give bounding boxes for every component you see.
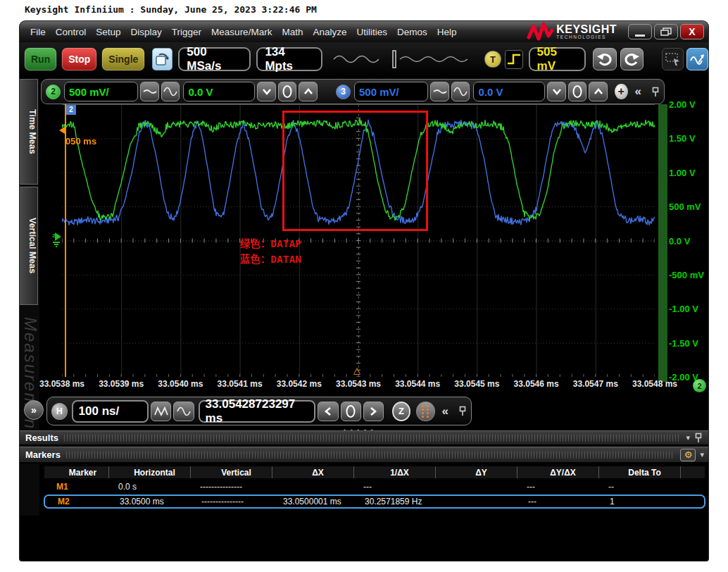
markers-button[interactable] <box>416 402 434 421</box>
trigger-edge-icon[interactable] <box>505 50 523 69</box>
table-row[interactable]: M233.0500 ms---------------33.0500001 ms… <box>44 495 705 509</box>
menu-items: FileControlSetupDisplayTriggerMeasure/Ma… <box>20 27 461 37</box>
menu-item-help[interactable]: Help <box>432 27 462 37</box>
channel-2-badge[interactable]: 2 <box>46 85 61 99</box>
channel-3-increase-scale-button[interactable] <box>451 82 470 101</box>
timebase-zoom-in-button[interactable] <box>151 402 171 421</box>
undo-button[interactable] <box>593 48 617 70</box>
cell: --- <box>518 497 600 506</box>
cell: M1 <box>44 482 108 492</box>
menu-item-utilities[interactable]: Utilities <box>351 27 392 37</box>
position-right-button[interactable] <box>363 402 384 421</box>
touch-icon <box>155 51 170 67</box>
timebase-zoom-out-button[interactable] <box>173 402 194 421</box>
channel-3-scale-display[interactable]: 500 mV/ <box>354 82 428 101</box>
table-row[interactable]: M10.0 s----------------------- <box>44 480 705 493</box>
minimize-button[interactable] <box>628 24 652 39</box>
region-select-icon <box>665 52 682 66</box>
position-left-button[interactable] <box>318 402 338 421</box>
channel-2-offset-display[interactable]: 0.0 V <box>183 82 255 101</box>
gear-icon: ⚙ <box>684 449 693 460</box>
menu-item-display[interactable]: Display <box>126 27 167 37</box>
trigger-position-icon[interactable]: △ <box>353 365 360 375</box>
column-header: Vertical <box>191 466 272 478</box>
menu-item-trigger[interactable]: Trigger <box>167 27 206 37</box>
channel-3-offset-knob-button[interactable] <box>568 82 587 101</box>
channel-2-decrease-scale-button[interactable] <box>140 82 159 101</box>
channel-2-offset-up-button[interactable] <box>299 82 318 101</box>
collapse-horizontal-bar-button[interactable]: « <box>442 404 448 418</box>
trigger-level-display[interactable]: 505 mV <box>529 47 586 71</box>
pin-icon[interactable] <box>651 87 660 97</box>
cell: M2 <box>45 497 110 506</box>
menu-item-control[interactable]: Control <box>51 27 92 37</box>
menu-item-file[interactable]: File <box>25 27 51 37</box>
markers-title: Markers <box>20 449 61 460</box>
waveform-zoom-icon <box>689 52 706 66</box>
channel-bar: 2 500 mV/ 0.0 V 3 500 mV/ 0.0 V + « <box>41 79 665 104</box>
single-button[interactable]: Single <box>101 47 145 71</box>
trigger-badge[interactable]: T <box>484 51 501 68</box>
pin-icon[interactable] <box>694 433 703 443</box>
waveform-display[interactable]: 2 050 ms 2 绿色：DATAP 蓝色：DATAN △ <box>62 104 655 377</box>
channel-2-ground-marker-icon[interactable]: 2 <box>52 231 62 248</box>
chevron-up-icon <box>592 87 605 97</box>
markers-panel-header[interactable]: Markers ⚙ ▾ <box>20 447 708 464</box>
stop-button[interactable]: Stop <box>61 47 97 71</box>
channel-2-offset-knob-button[interactable] <box>278 82 297 101</box>
markers-settings-button[interactable]: ⚙ <box>680 449 696 461</box>
x-axis-label: 33.0540 ms <box>158 379 203 389</box>
tab-time-meas[interactable]: Time Meas <box>20 79 38 185</box>
sample-rate-display[interactable]: 500 MSa/s <box>178 47 251 71</box>
position-knob-button[interactable] <box>341 402 361 421</box>
results-panel-header[interactable]: Results ▾ <box>20 430 708 446</box>
cell: 1 <box>600 497 682 506</box>
zoom-window-button[interactable]: Z <box>392 402 410 421</box>
tab-vertical-meas[interactable]: Vertical Meas <box>20 187 38 305</box>
touch-toggle-button[interactable] <box>152 48 172 70</box>
timebase-scale-display[interactable]: 100 ns/ <box>72 400 149 423</box>
channel-3-offset-down-button[interactable] <box>547 82 566 101</box>
zigzag-wave-icon <box>153 406 169 417</box>
channel-3-badge[interactable]: 3 <box>336 85 351 99</box>
menu-item-math[interactable]: Math <box>277 27 308 37</box>
horizontal-toolbar: » H 100 ns/ 33.05428723297 ms Z « <box>20 396 708 427</box>
collapse-channel-bar-button[interactable]: « <box>635 85 641 99</box>
run-button[interactable]: Run <box>24 47 57 71</box>
waveform-zoom-mode-button[interactable] <box>686 48 708 70</box>
expand-panel-button[interactable]: » <box>24 400 44 420</box>
region-select-mode-button[interactable] <box>662 48 684 70</box>
chevron-down-icon[interactable]: ▾ <box>686 433 690 442</box>
menu-item-setup[interactable]: Setup <box>91 27 125 37</box>
channel-3-offset-display[interactable]: 0.0 V <box>473 82 545 101</box>
marker-m2-flag[interactable]: 2 <box>66 105 76 115</box>
menu-item-demos[interactable]: Demos <box>392 27 432 37</box>
large-sine-icon <box>176 405 192 418</box>
redo-button[interactable] <box>620 48 644 70</box>
channel-3-decrease-scale-button[interactable] <box>430 82 449 101</box>
horizontal-position-display[interactable]: 33.05428723297 ms <box>199 400 316 423</box>
pin-icon[interactable] <box>458 406 467 416</box>
menu-item-measure-mark[interactable]: Measure/Mark <box>206 27 277 37</box>
add-channel-button[interactable]: + <box>615 84 628 99</box>
app-window: FileControlSetupDisplayTriggerMeasure/Ma… <box>20 21 708 561</box>
maximize-button[interactable] <box>654 24 678 39</box>
menu-item-analyze[interactable]: Analyze <box>308 27 351 37</box>
acquisition-preview-icon[interactable] <box>332 47 473 71</box>
cell: --------------- <box>192 497 273 506</box>
channel-2-scale-display[interactable]: 500 mV/ <box>64 82 138 101</box>
chevron-down-icon[interactable]: ▾ <box>700 450 704 459</box>
column-header: Horizontal <box>109 466 191 478</box>
cell: 30.2571859 Hz <box>355 497 437 506</box>
cell: 33.0500 ms <box>110 497 192 506</box>
close-button[interactable]: X <box>680 24 704 39</box>
horizontal-badge[interactable]: H <box>51 403 68 420</box>
main-toolbar: Run Stop Single 500 MSa/s 134 Mpts T 505… <box>20 42 708 76</box>
channel-3-offset-up-button[interactable] <box>589 82 608 101</box>
x-axis-label: 33.0542 ms <box>277 379 322 389</box>
memory-depth-display[interactable]: 134 Mpts <box>256 47 322 71</box>
x-axis-label: 33.0538 ms <box>39 379 84 389</box>
y-axis-label: 2.00 V <box>669 99 696 110</box>
channel-2-increase-scale-button[interactable] <box>161 82 180 101</box>
channel-2-offset-down-button[interactable] <box>257 82 276 101</box>
